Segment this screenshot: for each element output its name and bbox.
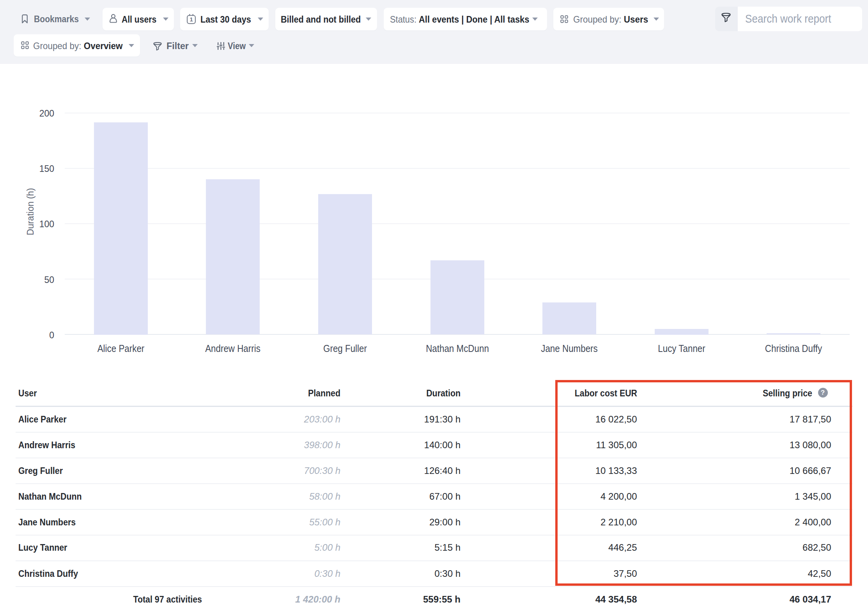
svg-text:1: 1	[190, 16, 193, 23]
